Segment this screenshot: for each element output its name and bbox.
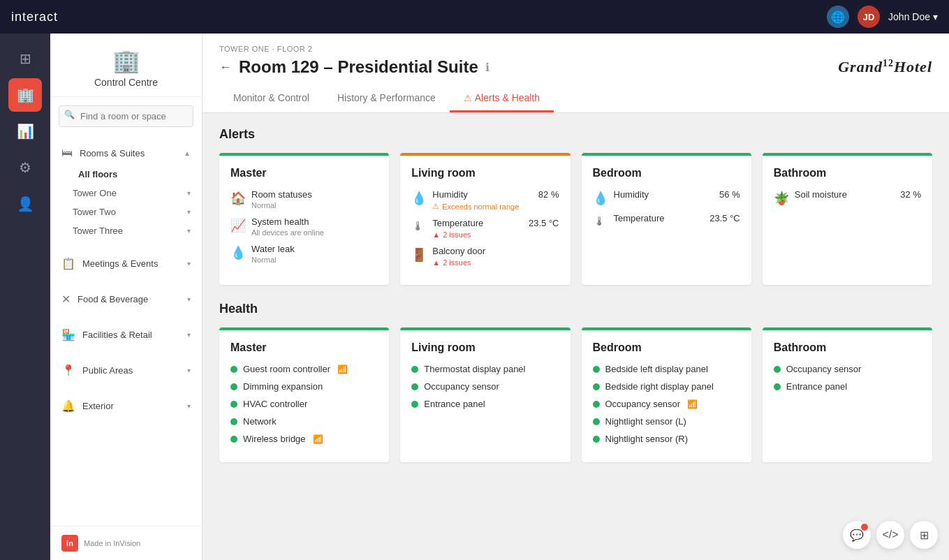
health-item-hvac: HVAC controller xyxy=(230,399,378,409)
health-label-network: Network xyxy=(243,416,277,427)
search-input[interactable] xyxy=(59,105,193,127)
tower-two-label: Tower Two xyxy=(73,207,116,217)
alert-row-humidity: 💧 Humidity 82 % ⚠ Exceeds normal range xyxy=(411,189,559,211)
facilities-icon: 🏪 xyxy=(61,328,75,341)
room-title: ← Room 129 – Presidential Suite ℹ xyxy=(219,57,490,77)
system-health-icon: 📈 xyxy=(230,218,244,233)
exterior-icon: 🔔 xyxy=(61,399,75,413)
topbar: interact 🌐 JD John Doe ▾ xyxy=(0,0,949,34)
health-dot-dimming xyxy=(230,383,237,390)
info-icon[interactable]: ℹ xyxy=(485,61,490,74)
chat-button[interactable]: 💬 xyxy=(843,521,871,549)
water-leak-icon: 💧 xyxy=(230,245,244,260)
rail-control-icon[interactable]: 🏢 xyxy=(8,78,42,112)
health-section-title: Health xyxy=(219,302,932,316)
sidebar-tower-two[interactable]: Tower Two ▾ xyxy=(50,202,202,221)
sidebar-tower-three[interactable]: Tower Three ▾ xyxy=(50,221,202,240)
humidity-value: 82 % xyxy=(538,189,559,200)
room-status-label: Room statuses xyxy=(251,189,378,200)
health-label-dimming: Dimming expansion xyxy=(243,381,323,392)
tab-history[interactable]: History & Performance xyxy=(323,85,450,112)
bedroom-humidity-label: Humidity xyxy=(614,189,649,200)
sidebar-item-rooms-label: Rooms & Suites xyxy=(80,148,145,159)
room-status-sub: Normal xyxy=(251,201,378,209)
sidebar-item-facilities[interactable]: 🏪 Facilities & Retail ▾ xyxy=(50,323,202,347)
rooms-chevron: ▲ xyxy=(184,149,191,157)
health-dot-nightlight-l xyxy=(593,418,600,425)
rail-settings-icon[interactable]: ⚙ xyxy=(8,151,42,184)
temperature-icon: 🌡 xyxy=(411,219,425,234)
search-wrap xyxy=(59,105,193,127)
health-dot-occupancy-ba xyxy=(774,366,781,373)
health-dot-wireless xyxy=(230,436,237,443)
rail-dashboard-icon[interactable]: ⊞ xyxy=(8,42,42,75)
bedroom-temperature-value: 23.5 °C xyxy=(709,213,740,223)
health-label-wireless: Wireless bridge xyxy=(243,434,306,444)
user-name[interactable]: John Doe ▾ xyxy=(888,11,938,22)
back-button[interactable]: ← xyxy=(219,60,232,75)
breadcrumb: TOWER ONE · FLOOR 2 xyxy=(219,45,932,53)
room-status-icon: 🏠 xyxy=(230,191,244,206)
sidebar-all-floors[interactable]: All floors xyxy=(50,165,202,184)
rooms-section: 🛏 Rooms & Suites ▲ All floors Tower One … xyxy=(50,135,202,246)
alert-card-living-room-title: Living room xyxy=(411,167,559,179)
tower-one-chevron: ▾ xyxy=(187,189,191,197)
health-item-network: Network xyxy=(230,416,378,427)
alert-card-bathroom: Bathroom 🪴 Soil moisture 32 % xyxy=(763,153,932,285)
bedroom-humidity-icon: 💧 xyxy=(593,191,607,206)
tab-monitor[interactable]: Monitor & Control xyxy=(219,85,323,112)
health-card-bedroom: Bedroom Bedside left display panel Bedsi… xyxy=(582,327,751,462)
sidebar-item-meetings[interactable]: 📋 Meetings & Events ▾ xyxy=(50,251,202,276)
health-label-occupancy-br: Occupancy sensor xyxy=(605,399,681,409)
alert-card-bedroom: Bedroom 💧 Humidity 56 % 🌡 xyxy=(582,153,751,285)
alert-card-living-room: Living room 💧 Humidity 82 % ⚠ Exceeds no… xyxy=(400,153,570,285)
invision-logo: in xyxy=(61,535,78,552)
sidebar-item-public[interactable]: 📍 Public Areas ▾ xyxy=(50,358,202,383)
alert-card-master: Master 🏠 Room statuses Normal 📈 System h… xyxy=(219,153,389,285)
alert-row-system-health: 📈 System health All devices are online xyxy=(230,216,378,237)
hotel-logo: Grand12Hotel xyxy=(838,58,932,76)
health-item-thermostat: Thermostat display panel xyxy=(411,364,559,374)
tab-alerts[interactable]: ⚠Alerts & Health xyxy=(450,85,554,112)
health-label-hvac: HVAC controller xyxy=(243,399,307,409)
balcony-alert-text: 2 issues xyxy=(443,258,471,267)
alert-row-soil-moisture: 🪴 Soil moisture 32 % xyxy=(774,189,921,206)
health-item-grc: Guest room controller 📶 xyxy=(230,364,378,374)
rail-users-icon[interactable]: 👤 xyxy=(8,187,42,221)
health-item-dimming: Dimming expansion xyxy=(230,381,378,392)
health-dot-network xyxy=(230,418,237,425)
rail-analytics-icon[interactable]: 📊 xyxy=(8,115,42,148)
language-button[interactable]: 🌐 xyxy=(827,6,849,28)
health-label-occupancy-ba: Occupancy sensor xyxy=(786,364,862,374)
user-dropdown-icon: ▾ xyxy=(933,11,938,22)
sidebar-item-facilities-label: Facilities & Retail xyxy=(82,330,152,340)
health-dot-thermostat xyxy=(411,366,418,373)
sidebar-item-food-label: Food & Beverage xyxy=(78,294,148,304)
alerts-cards-grid: Master 🏠 Room statuses Normal 📈 System h… xyxy=(219,153,932,285)
tower-one-label: Tower One xyxy=(73,188,117,198)
sidebar-tower-one[interactable]: Tower One ▾ xyxy=(50,184,202,202)
meetings-icon: 📋 xyxy=(61,257,75,270)
alert-row-water-leak: 💧 Water leak Normal xyxy=(230,244,378,264)
water-leak-sub: Normal xyxy=(251,256,378,264)
health-item-bedside-right: Bedside right display panel xyxy=(593,381,740,392)
exterior-chevron: ▾ xyxy=(187,402,191,410)
code-button[interactable]: </> xyxy=(876,521,904,549)
alert-card-bathroom-title: Bathroom xyxy=(774,167,921,179)
health-card-living-room: Living room Thermostat display panel Occ… xyxy=(400,327,570,462)
sidebar-item-rooms[interactable]: 🛏 Rooms & Suites ▲ xyxy=(50,141,202,165)
sidebar-item-exterior[interactable]: 🔔 Exterior ▾ xyxy=(50,394,202,418)
content-area: Alerts Master 🏠 Room statuses Normal 📈 xyxy=(203,113,949,493)
sidebar-item-food[interactable]: ✕ Food & Beverage ▾ xyxy=(50,287,202,311)
room-title-row: ← Room 129 – Presidential Suite ℹ Grand1… xyxy=(219,57,932,77)
rooms-icon: 🛏 xyxy=(61,147,73,159)
health-card-master: Master Guest room controller 📶 Dimming e… xyxy=(219,327,389,462)
humidity-icon: 💧 xyxy=(411,191,425,206)
health-dot-entrance-lr xyxy=(411,401,418,408)
health-dot-nightlight-r xyxy=(593,436,600,443)
health-label-grc: Guest room controller xyxy=(243,364,330,374)
health-cards-grid: Master Guest room controller 📶 Dimming e… xyxy=(219,327,932,462)
tower-three-chevron: ▾ xyxy=(187,227,191,235)
grid-button[interactable]: ⊞ xyxy=(910,521,938,549)
water-leak-label: Water leak xyxy=(251,244,378,254)
